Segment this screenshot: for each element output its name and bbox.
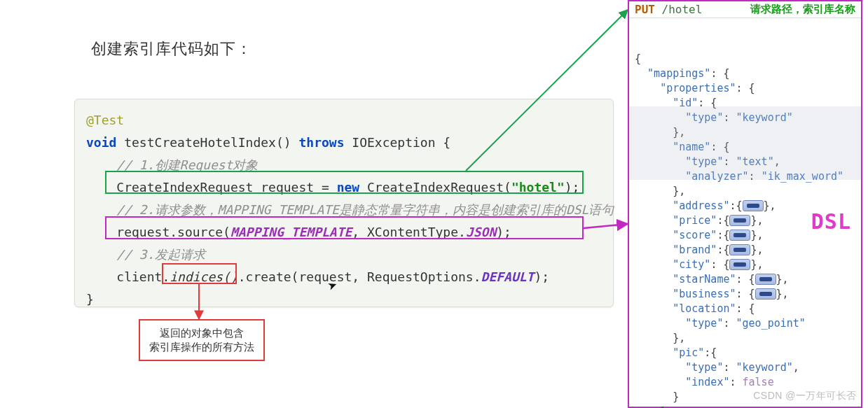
const-json: JSON — [466, 225, 496, 239]
method-sig-a: testCreateHotelIndex() — [116, 135, 298, 150]
k-type-2: "type" — [685, 155, 723, 168]
java-code-block: @Test void testCreateHotelIndex() throws… — [74, 99, 614, 307]
fold-icon[interactable] — [729, 215, 750, 226]
dsl-header: PUT /hotel 请求路径，索引库名称 — [629, 1, 861, 18]
fold-icon[interactable] — [755, 288, 776, 300]
fold-icon[interactable] — [729, 230, 750, 241]
fold-icon[interactable] — [729, 244, 750, 255]
dsl-body: { "mappings": { "properties": { "id": { … — [629, 18, 861, 408]
keyword-new: new — [337, 180, 360, 195]
line2-c: ); — [496, 225, 511, 239]
dsl-method: PUT — [635, 3, 655, 16]
k-id: "id" — [673, 97, 698, 109]
k-address: "address" — [673, 199, 729, 212]
fold-icon[interactable] — [755, 274, 776, 285]
k-index: "index" — [685, 376, 729, 388]
k-type-1: "type" — [685, 111, 723, 124]
keyword-void: void — [86, 135, 116, 150]
k-type-3: "type" — [685, 317, 723, 330]
keyword-throws: throws — [298, 135, 344, 150]
string-hotel: "hotel" — [511, 180, 565, 195]
v-text: "text" — [736, 155, 774, 168]
v-false: false — [743, 376, 774, 388]
line3-a: client. — [116, 269, 170, 284]
method-sig-b: IOException { — [344, 135, 450, 150]
fold-icon[interactable] — [729, 259, 750, 270]
line2-b: , XContentType. — [352, 225, 466, 239]
line1-c: ); — [565, 180, 580, 195]
comment-1: // 1.创建Request对象 — [116, 157, 258, 172]
dsl-panel: PUT /hotel 请求路径，索引库名称 { "mappings": { "p… — [628, 0, 862, 408]
k-brand: "brand" — [673, 244, 717, 256]
k-name: "name" — [673, 141, 710, 153]
line2-a: request.source( — [116, 225, 230, 239]
k-pic: "pic" — [673, 346, 704, 359]
k-business: "business" — [673, 288, 736, 300]
dsl-label: DSL — [811, 214, 851, 229]
watermark: CSDN @一万年可长否 — [753, 390, 857, 402]
k-city: "city" — [673, 258, 710, 271]
line3-b: .create(request, RequestOptions. — [238, 269, 481, 284]
k-location: "location" — [673, 302, 736, 315]
dsl-note: 请求路径，索引库名称 — [750, 3, 855, 16]
dsl-path: /hotel — [662, 3, 703, 16]
v-geo: "geo_point" — [736, 317, 806, 330]
v-keyword: "keyword" — [736, 111, 793, 124]
line3-c: ); — [534, 269, 549, 284]
page-title: 创建索引库代码如下： — [91, 38, 252, 59]
v-ik: "ik_max_word" — [762, 170, 843, 183]
k-score: "score" — [673, 229, 717, 241]
callout-indices: 返回的对象中包含 索引库操作的所有方法 — [139, 319, 265, 361]
k-mappings: "mappings" — [647, 67, 710, 80]
v-keyword-2: "keyword" — [736, 361, 793, 374]
k-starname: "starName" — [673, 273, 736, 286]
const-mapping-template: MAPPING_TEMPLATE — [230, 225, 352, 239]
fold-icon[interactable] — [743, 200, 764, 211]
line1-b: CreateIndexRequest( — [359, 180, 511, 195]
json-open: { — [635, 52, 641, 65]
close-brace: } — [86, 292, 94, 307]
k-type-4: "type" — [685, 361, 723, 374]
comment-2: // 2.请求参数，MAPPING_TEMPLATE是静态常量字符串，内容是创建… — [116, 202, 614, 217]
indices-call: indices() — [170, 269, 238, 284]
k-analyzer: "analyzer" — [685, 170, 748, 183]
comment-3: // 3.发起请求 — [116, 247, 205, 262]
line1-a: CreateIndexRequest request = — [116, 180, 336, 195]
annotation: @Test — [86, 113, 124, 127]
const-default: DEFAULT — [481, 269, 535, 284]
k-properties: "properties" — [660, 82, 736, 94]
k-price: "price" — [673, 214, 717, 227]
